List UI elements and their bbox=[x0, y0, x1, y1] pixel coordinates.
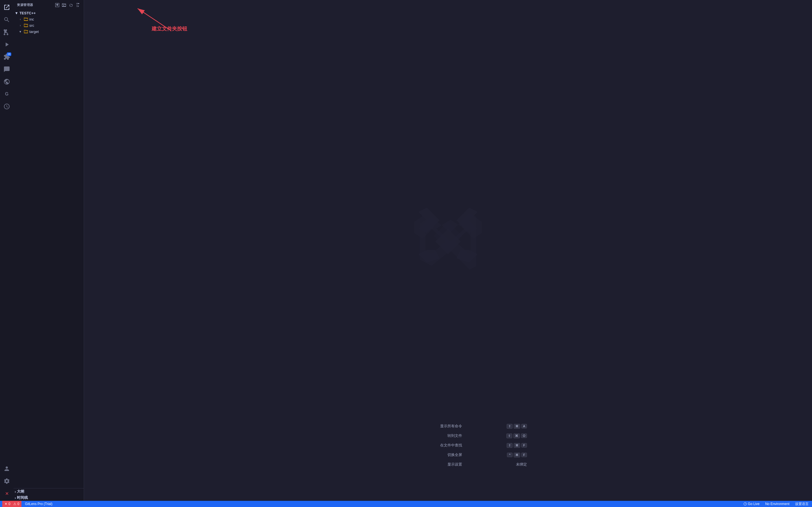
activity-icon-timeline[interactable] bbox=[2, 101, 12, 112]
sidebar: 资源管理器 bbox=[13, 0, 84, 253]
inc-label: inc bbox=[29, 17, 34, 21]
tree-item-src[interactable]: › src bbox=[13, 22, 84, 29]
src-arrow: › bbox=[18, 23, 22, 27]
sidebar-actions bbox=[54, 2, 80, 8]
main-area: 资源管理器 bbox=[13, 0, 406, 253]
editor-area: 显示所有命令 ⇧ ⌘ A 转到文件 ⇧ ⌘ O 在文件中查找 ⇧ bbox=[84, 0, 406, 253]
project-root[interactable]: ▼ TESTC++ bbox=[13, 10, 84, 16]
project-arrow: ▼ bbox=[15, 11, 18, 15]
vscode-logo bbox=[406, 199, 406, 253]
collapse-button[interactable] bbox=[75, 2, 80, 8]
activity-icon-docker[interactable] bbox=[2, 76, 12, 87]
sidebar-header: 资源管理器 bbox=[13, 0, 84, 10]
annotation-text: 建立文件夹按钮 bbox=[152, 25, 187, 32]
tree-item-target[interactable]: ▼ target bbox=[13, 29, 84, 35]
activity-icon-search[interactable] bbox=[2, 15, 12, 25]
tree-item-inc[interactable]: › inc bbox=[13, 16, 84, 22]
activity-icon-gitlens[interactable]: G bbox=[2, 89, 12, 99]
activity-icon-run-debug[interactable] bbox=[2, 40, 12, 50]
new-file-button[interactable] bbox=[54, 2, 60, 8]
src-label: src bbox=[29, 23, 34, 27]
activity-icon-extensions[interactable] bbox=[2, 52, 12, 62]
target-arrow: ▼ bbox=[18, 29, 22, 34]
project-name: TESTC++ bbox=[19, 11, 36, 15]
sidebar-title: 资源管理器 bbox=[17, 3, 33, 7]
refresh-button[interactable] bbox=[68, 2, 73, 8]
annotation-arrow bbox=[121, 3, 183, 37]
target-label: target bbox=[29, 30, 39, 34]
target-folder-icon bbox=[24, 29, 28, 34]
explorer-section: ▼ TESTC++ › inc › bbox=[13, 10, 84, 253]
new-folder-button[interactable] bbox=[61, 2, 67, 8]
activity-icon-remote-explorer[interactable] bbox=[2, 64, 12, 74]
activity-icon-source-control[interactable] bbox=[2, 27, 12, 37]
inc-arrow: › bbox=[18, 17, 22, 21]
activity-icon-explorer[interactable] bbox=[2, 2, 12, 12]
activity-bar: G ✕ bbox=[0, 0, 13, 253]
inc-folder-icon bbox=[24, 17, 28, 21]
src-folder-icon bbox=[24, 23, 28, 27]
